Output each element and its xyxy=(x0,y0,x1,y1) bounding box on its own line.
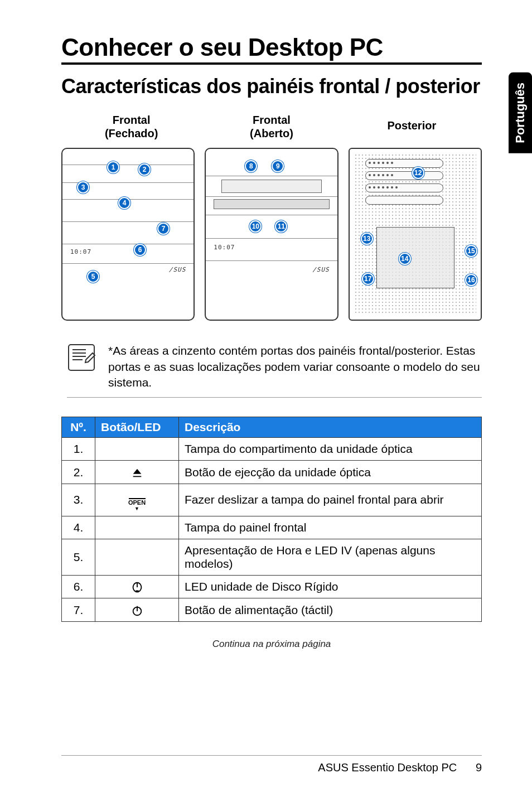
page-footer: ASUS Essentio Desktop PC 9 xyxy=(61,755,482,774)
description-table: Nº. Botão/LED Descrição 1. Tampa do comp… xyxy=(61,417,482,621)
time-display-open: 10:07 xyxy=(214,244,235,251)
table-row: 3. OPEN ▼ Fazer deslizar a tampa do pain… xyxy=(62,484,482,516)
diagram-front-open: 10:07 /SUS 8 9 10 11 xyxy=(205,148,338,321)
chapter-title: Conhecer o seu Desktop PC xyxy=(61,33,482,65)
table-row: 4. Tampa do painel frontal xyxy=(62,516,482,539)
footer-page-number: 9 xyxy=(476,761,482,774)
table-row: 1. Tampa do compartimento da unidade ópt… xyxy=(62,438,482,461)
callout-5: 5 xyxy=(87,270,99,283)
section-title: Características dos painéis frontal / po… xyxy=(61,75,482,98)
note-text: *As áreas a cinzento contém portas dos p… xyxy=(108,343,482,390)
table-row: 5. Apresentação de Hora e LED IV (apenas… xyxy=(62,539,482,575)
diagram-row: 10:07 /SUS 1 2 3 4 7 6 5 10:07 /SUS 8 9 … xyxy=(61,148,482,321)
hdd-led-icon xyxy=(131,581,143,593)
svg-rect-1 xyxy=(136,591,139,593)
callout-4: 4 xyxy=(118,197,130,209)
time-display: 10:07 xyxy=(70,248,91,255)
callout-9: 9 xyxy=(272,160,284,172)
callout-6: 6 xyxy=(134,244,146,256)
callout-10: 10 xyxy=(249,220,262,233)
panel-column-labels: Frontal (Fechado) Frontal (Aberto) Poste… xyxy=(61,113,482,140)
callout-14: 14 xyxy=(399,253,411,265)
brand-logo-open: /SUS xyxy=(312,266,330,273)
callout-7: 7 xyxy=(157,223,170,235)
page-content: Conhecer o seu Desktop PC Característica… xyxy=(0,0,532,650)
callout-13: 13 xyxy=(361,233,373,245)
label-front-closed: Frontal (Fechado) xyxy=(61,113,201,140)
brand-logo: /SUS xyxy=(169,266,186,273)
eject-icon xyxy=(131,467,143,479)
callout-2: 2 xyxy=(138,163,151,176)
svg-rect-0 xyxy=(69,345,94,370)
table-row: 6. LED unidade de Disco Rígido xyxy=(62,575,482,598)
label-front-open: Frontal (Aberto) xyxy=(201,113,341,140)
th-no: Nº. xyxy=(62,417,95,438)
footer-product: ASUS Essentio Desktop PC xyxy=(318,761,457,774)
callout-3: 3 xyxy=(77,181,89,194)
callout-12: 12 xyxy=(412,167,424,179)
callout-8: 8 xyxy=(245,160,257,172)
label-rear: Posterior xyxy=(342,113,482,140)
open-icon: OPEN ▼ xyxy=(128,498,146,511)
language-tab: Português xyxy=(509,73,532,153)
table-row: 2. Botão de ejecção da unidade óptica xyxy=(62,461,482,484)
note-icon xyxy=(67,343,96,372)
power-icon xyxy=(131,605,143,617)
callout-1: 1 xyxy=(107,161,119,173)
note-block: *As áreas a cinzento contém portas dos p… xyxy=(67,343,482,398)
callout-11: 11 xyxy=(275,220,287,233)
table-row: 7. Botão de alimentação (táctil) xyxy=(62,598,482,621)
continue-text: Continua na próxima página xyxy=(61,639,482,650)
diagram-rear: 12 13 14 15 16 17 xyxy=(349,148,482,321)
th-desc: Descrição xyxy=(179,417,482,438)
diagram-front-closed: 10:07 /SUS 1 2 3 4 7 6 5 xyxy=(61,148,195,321)
th-button: Botão/LED xyxy=(95,417,179,438)
callout-17: 17 xyxy=(362,273,374,285)
